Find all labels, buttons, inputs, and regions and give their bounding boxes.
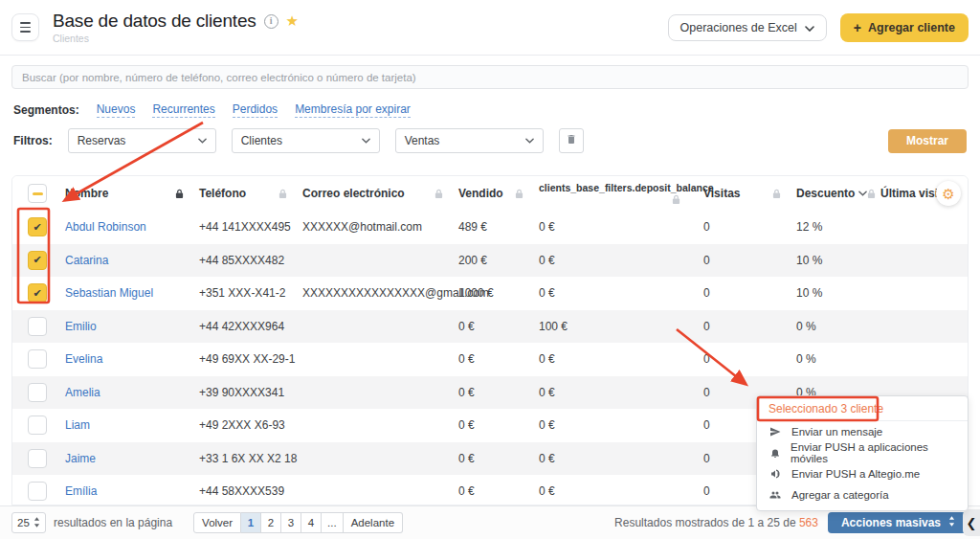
client-name-link[interactable]: Evelina (65, 352, 199, 366)
pagination-back-button[interactable]: Volver (193, 512, 241, 533)
row-checkbox-cell: ✔ (12, 283, 65, 303)
popup-item-enviar-push-a-altegio-me[interactable]: Enviar PUSH a Altegio.me (757, 463, 968, 484)
client-phone: +44 85XXXX482 (199, 254, 302, 267)
pagination-page-3[interactable]: 3 (281, 512, 301, 533)
client-phone: +49 69XX XX-29-1 (199, 352, 302, 366)
updown-icon (33, 517, 40, 529)
pagination-page-[interactable]: ... (322, 512, 344, 533)
client-sold: 1000 € (458, 286, 539, 300)
row-checkbox-cell (12, 349, 65, 369)
column-header-tel-fono[interactable]: Teléfono (199, 187, 302, 200)
column-header-descuento[interactable]: Descuento (796, 187, 880, 200)
pagination-page-1[interactable]: 1 (241, 512, 261, 533)
row-checkbox[interactable] (28, 317, 47, 336)
row-checkbox-cell: ✔ (12, 251, 65, 270)
client-name-link[interactable]: Jaime (65, 452, 199, 465)
chevron-down-icon (525, 138, 534, 144)
client-name-link[interactable]: Catarina (65, 254, 199, 267)
popup-item-enviar-push-a-aplicaciones-m-viles[interactable]: Enviar PUSH a aplicaciones móviles (757, 442, 968, 463)
client-name-link[interactable]: Emília (65, 484, 199, 498)
popup-item-enviar-un-mensaje[interactable]: Enviar un mensaje (757, 421, 968, 442)
client-name-link[interactable]: Sebastian Miguel (65, 286, 199, 300)
client-sold: 0 € (458, 352, 539, 366)
client-sold: 489 € (458, 220, 539, 234)
column-label: clients_base_filters.deposit_balance (539, 183, 703, 193)
client-sold: 200 € (458, 254, 539, 267)
table-settings-button[interactable]: ⚙ (936, 181, 961, 206)
column-label: Vendido (458, 187, 503, 200)
client-sold: 0 € (458, 386, 539, 399)
column-header-clients-base-filters-deposit-balance[interactable]: clients_base_filters.deposit_balance (539, 183, 703, 205)
client-phone: +44 141XXXX495 (199, 220, 302, 234)
popup-item-label: Agregar a categoría (791, 489, 889, 501)
lock-icon (672, 194, 680, 205)
page-size-select[interactable]: 25 (11, 512, 46, 533)
page-size-label: resultados en la página (54, 516, 172, 529)
pagination-forward-button[interactable]: Adelante (344, 512, 403, 533)
client-deposit: 0 € (539, 352, 703, 366)
segment-link-recurrentes[interactable]: Recurrentes (152, 102, 214, 118)
row-checkbox[interactable] (28, 482, 47, 501)
megaphone-icon (768, 468, 782, 480)
client-name-link[interactable]: Emilio (65, 320, 199, 333)
row-checkbox[interactable]: ✔ (28, 283, 47, 303)
filter-dropdown-ventas[interactable]: Ventas (395, 128, 544, 153)
send-icon (768, 426, 782, 438)
star-favorite-icon[interactable]: ★ (286, 12, 299, 30)
segment-link-perdidos[interactable]: Perdidos (233, 102, 278, 118)
search-input[interactable] (11, 65, 969, 89)
popup-item-label: Enviar PUSH a Altegio.me (791, 468, 920, 480)
popup-item-label: Enviar PUSH a aplicaciones móviles (791, 441, 956, 464)
select-all-checkbox[interactable] (28, 184, 47, 203)
client-discount: 0 % (796, 352, 880, 366)
client-name-link[interactable]: Amelia (65, 386, 199, 399)
page-header: Base de datos de clientes i ★ Clientes O… (0, 0, 980, 56)
row-checkbox-cell (12, 449, 65, 468)
table-row: ✔Catarina+44 85XXXX482200 €0 €010 % (12, 244, 968, 278)
client-deposit: 0 € (539, 484, 703, 498)
column-header-nombre[interactable]: Nombre (65, 187, 199, 200)
row-checkbox[interactable] (28, 349, 47, 369)
client-phone: +39 90XXXX341 (199, 386, 302, 399)
bulk-actions-button[interactable]: Acciones masivas (828, 512, 969, 533)
row-checkbox[interactable]: ✔ (28, 217, 47, 236)
pagination-page-4[interactable]: 4 (301, 512, 322, 533)
segment-link-nuevos[interactable]: Nuevos (97, 102, 136, 118)
client-phone: +44 42XXXX964 (199, 320, 302, 333)
clear-filters-button[interactable] (559, 128, 584, 153)
row-checkbox[interactable] (28, 449, 47, 468)
results-total: 563 (799, 516, 818, 529)
segment-link-membres-a-por-expirar[interactable]: Membresía por expirar (295, 102, 411, 118)
row-checkbox[interactable]: ✔ (28, 251, 47, 270)
filter-dropdown-value: Clientes (241, 134, 282, 147)
filter-dropdown-reservas[interactable]: Reservas (68, 128, 216, 153)
hamburger-menu-button[interactable] (11, 13, 39, 41)
info-icon[interactable]: i (264, 14, 278, 29)
row-checkbox-cell (12, 482, 65, 501)
row-checkbox[interactable] (28, 415, 47, 435)
client-deposit: 100 € (539, 320, 703, 333)
column-header-vendido[interactable]: Vendido (458, 187, 539, 200)
client-deposit: 0 € (539, 386, 703, 399)
column-label: Descuento (796, 187, 855, 200)
pagination-page-2[interactable]: 2 (261, 512, 281, 533)
row-checkbox[interactable] (28, 383, 47, 402)
chevron-down-icon (858, 191, 867, 196)
column-label: Visitas (703, 187, 740, 200)
client-email: XXXXXX@hotmail.com (302, 220, 458, 234)
add-client-button[interactable]: + Agregar cliente (840, 13, 969, 42)
column-header-correo-electr-nico[interactable]: Correo electrónico (302, 187, 458, 200)
client-name-link[interactable]: Abdul Robinson (65, 220, 199, 234)
popup-item-agregar-a-categor-a[interactable]: Agregar a categoría (757, 484, 968, 505)
excel-operations-button[interactable]: Operaciones de Excel (668, 14, 827, 41)
chevron-down-icon (198, 138, 207, 144)
chevron-left-icon: ❮ (967, 516, 977, 530)
column-label: Correo electrónico (302, 187, 405, 200)
show-button[interactable]: Mostrar (888, 129, 967, 153)
client-deposit: 0 € (539, 286, 703, 300)
column-header-visitas[interactable]: Visitas (703, 187, 796, 200)
client-visits: 0 (703, 352, 796, 366)
collapse-panel-button[interactable]: ❮ (963, 509, 980, 536)
filter-dropdown-clientes[interactable]: Clientes (232, 128, 380, 153)
client-name-link[interactable]: Liam (65, 418, 199, 432)
